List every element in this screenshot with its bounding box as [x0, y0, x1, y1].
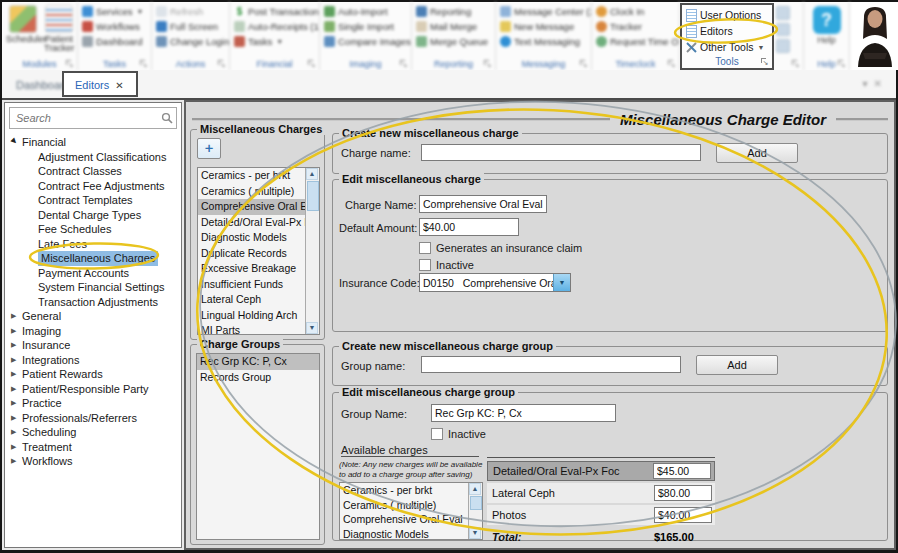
group-charge-row-selected[interactable]: Detailed/Oral Eval-Px Foc — [487, 461, 715, 481]
inactive-charge-checkbox[interactable] — [419, 259, 431, 271]
services-button[interactable]: Services▼ — [82, 4, 147, 19]
tree-item[interactable]: ▶Scheduling — [5, 425, 181, 440]
single-import-button[interactable]: Single Import — [324, 19, 407, 34]
group-list-item[interactable]: Records Group — [197, 370, 319, 386]
user-options-button[interactable]: User Options — [686, 7, 768, 23]
tree-item-miscellaneous-charges[interactable]: Miscellaneous Charges — [5, 251, 181, 266]
charge-list-item[interactable]: Ceramics ( multiple) — [198, 184, 305, 200]
scrollbar-thumb[interactable] — [470, 496, 482, 510]
scheduler-button[interactable]: Scheduler — [6, 4, 40, 57]
row-amount-input[interactable] — [654, 507, 712, 523]
inactive-group-checkbox[interactable] — [431, 428, 443, 440]
tree-item[interactable]: Late Fees — [5, 237, 181, 252]
dialog-launcher-icon[interactable]: ↘ — [484, 60, 493, 69]
dialog-launcher-icon[interactable]: ↘ — [580, 60, 589, 69]
change-login-button[interactable]: Change Login — [156, 34, 225, 49]
row-amount-input[interactable] — [654, 485, 712, 501]
charge-list-item[interactable]: Detailed/Oral Eval-Px Foc — [198, 215, 305, 231]
collapsed-arrow-icon[interactable]: ▶ — [11, 324, 19, 339]
tree-item[interactable]: Adjustment Classifications — [5, 150, 181, 165]
add-charge-button[interactable]: Add — [716, 143, 798, 163]
insurance-code-combobox[interactable]: D0150 Comprehensive Oral E ▼ — [419, 273, 571, 292]
group-name-input[interactable] — [421, 356, 681, 373]
combo-dropdown-icon[interactable]: ▼ — [553, 274, 570, 291]
dialog-launcher-icon[interactable]: ↘ — [668, 60, 677, 69]
full-screen-button[interactable]: Full Screen — [156, 19, 225, 34]
refresh-button[interactable]: Refresh — [156, 4, 225, 19]
add-charge-plus-button[interactable]: ＋ — [197, 138, 221, 159]
merge-queue-button[interactable]: Merge Queue — [416, 34, 491, 49]
dialog-launcher-icon[interactable]: ↘ — [140, 60, 149, 69]
tree-item[interactable]: ▶Workflows — [5, 454, 181, 469]
dialog-launcher-icon[interactable]: ↘ — [66, 60, 75, 69]
tab-bar-controls[interactable]: ▾✕ — [863, 78, 888, 89]
scrollbar[interactable]: ▲ ▼ — [305, 168, 319, 334]
dialog-launcher-icon[interactable]: ↘ — [400, 60, 409, 69]
tree-item[interactable]: Contract Classes — [5, 164, 181, 179]
search-input[interactable] — [14, 111, 161, 125]
editors-button[interactable]: Editors — [686, 23, 768, 39]
collapsed-arrow-icon[interactable]: ▶ — [11, 425, 19, 440]
mail-merge-button[interactable]: Mail Merge — [416, 19, 491, 34]
charge-list-item[interactable]: Insufficient Funds — [198, 277, 305, 293]
reporting-button[interactable]: Reporting — [416, 4, 491, 19]
tree-item[interactable]: Fee Schedules — [5, 222, 181, 237]
auto-receipts-button[interactable]: Auto-Receipts (1) — [234, 19, 315, 34]
tree-item[interactable]: ▶Professionals/Referrers — [5, 411, 181, 426]
compare-images-button[interactable]: Compare Images — [324, 34, 407, 49]
scroll-up-icon[interactable]: ▲ — [469, 483, 481, 495]
collapsed-arrow-icon[interactable]: ▶ — [11, 353, 19, 368]
dashboard-button[interactable]: Dashboard — [82, 34, 147, 49]
workflows-button[interactable]: Workflows — [82, 19, 147, 34]
auto-import-button[interactable]: Auto-Import — [324, 4, 407, 19]
tree-item[interactable]: Payment Accounts — [5, 266, 181, 281]
dialog-launcher-icon[interactable]: ↘ — [308, 60, 317, 69]
add-group-button[interactable]: Add — [696, 355, 778, 375]
message-center-button[interactable]: Message Center (2) — [500, 4, 587, 19]
group-list-item-selected[interactable]: Rec Grp KC: P, Cx — [197, 354, 319, 370]
edit-group-name-input[interactable] — [431, 404, 616, 422]
expanded-arrow-icon[interactable]: ▶ — [7, 134, 23, 150]
collapsed-arrow-icon[interactable]: ▶ — [11, 454, 19, 469]
scrollbar[interactable]: ▲ ▼ — [468, 483, 482, 539]
group-charge-row[interactable]: Lateral Ceph — [487, 483, 715, 503]
tracker-button[interactable]: Tracker — [596, 19, 675, 34]
charge-list-item[interactable]: Duplicate Records — [198, 246, 305, 262]
charge-list-item[interactable]: Diagnostic Models — [198, 230, 305, 246]
dialog-launcher-icon[interactable]: ↘ — [761, 58, 770, 67]
scroll-up-icon[interactable]: ▲ — [306, 168, 318, 180]
tree-item[interactable]: Contract Fee Adjustments — [5, 179, 181, 194]
charge-list-item[interactable]: Excessive Breakage — [198, 261, 305, 277]
collapsed-arrow-icon[interactable]: ▶ — [11, 309, 19, 324]
charge-list-item-selected[interactable]: Comprehensive Oral Eval — [198, 199, 305, 215]
tree-item[interactable]: ▶General — [5, 309, 181, 324]
dialog-launcher-icon[interactable]: ↘ — [838, 60, 847, 69]
scroll-down-icon[interactable]: ▼ — [469, 527, 481, 539]
collapsed-arrow-icon[interactable]: ▶ — [11, 338, 19, 353]
collapsed-arrow-icon[interactable]: ▶ — [11, 396, 19, 411]
new-message-button[interactable]: New Message — [500, 19, 587, 34]
collapsed-arrow-icon[interactable]: ▶ — [11, 367, 19, 382]
available-charge-item[interactable]: Diagnostic Models — [340, 527, 468, 540]
charge-name-input[interactable] — [421, 144, 701, 161]
tree-item-financial[interactable]: ▶Financial — [5, 135, 181, 150]
tree-item[interactable]: Transaction Adjustments — [5, 295, 181, 310]
tree-item[interactable]: ▶Integrations — [5, 353, 181, 368]
dialog-launcher-icon[interactable]: ↘ — [218, 60, 227, 69]
tree-item[interactable]: ▶Patient Rewards — [5, 367, 181, 382]
post-transaction-button[interactable]: $Post Transaction — [234, 4, 315, 19]
tree-item[interactable]: ▶Insurance — [5, 338, 181, 353]
patient-tracker-button[interactable]: Patient Tracker — [44, 4, 74, 57]
scrollbar-thumb[interactable] — [307, 181, 319, 211]
dialog-launcher-icon[interactable]: ↘ — [792, 60, 801, 69]
clock-in-button[interactable]: Clock In — [596, 4, 675, 19]
text-messaging-button[interactable]: Text Messaging — [500, 34, 587, 49]
available-charge-item[interactable]: Comprehensive Oral Eval — [340, 512, 468, 527]
tree-item[interactable]: Contract Templates — [5, 193, 181, 208]
generates-claim-checkbox[interactable] — [419, 242, 431, 254]
scroll-down-icon[interactable]: ▼ — [306, 322, 318, 334]
charge-list-item[interactable]: Lateral Ceph — [198, 292, 305, 308]
financial-tasks-button[interactable]: Tasks▼ — [234, 34, 315, 49]
collapsed-arrow-icon[interactable]: ▶ — [11, 382, 19, 397]
charge-list-item[interactable]: Lingual Holding Arch — [198, 308, 305, 324]
